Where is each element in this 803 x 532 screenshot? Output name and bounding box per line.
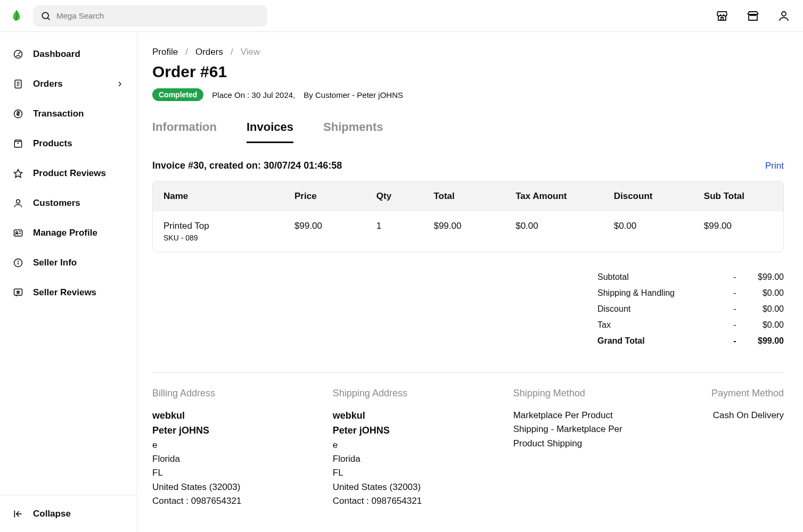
sidebar-item-seller-info[interactable]: Seller Info [0, 248, 137, 278]
col-total: Total [423, 181, 505, 211]
billing-title: Billing Address [152, 388, 320, 399]
summary-label: Discount [597, 304, 728, 314]
payment-method-value: Cash On Delivery [655, 409, 784, 422]
svg-point-19 [18, 261, 19, 261]
invoice-heading: Invoice #30, created on: 30/07/24 01:46:… [152, 160, 342, 171]
svg-marker-21 [17, 291, 20, 294]
storefront-icon[interactable] [747, 10, 759, 22]
dollar-icon [13, 109, 23, 119]
summary-value: $0.00 [741, 320, 784, 330]
addr-company: webkul [333, 409, 501, 423]
sidebar-item-label: Transaction [33, 109, 84, 119]
summary-label: Shipping & Handling [597, 288, 728, 298]
breadcrumb: Profile / Orders / View [152, 47, 784, 57]
svg-point-2 [782, 12, 786, 16]
sidebar-item-orders[interactable]: Orders [0, 69, 137, 99]
addr-street: e [152, 438, 320, 452]
placed-on-text: Place On : 30 Jul 2024, [212, 90, 295, 99]
shipping-method-value: Marketplace Per Product Shipping - Marke… [513, 409, 642, 451]
gauge-icon [13, 49, 23, 60]
summary-grand-total: Grand Total - $99.00 [597, 333, 784, 349]
item-tax: $0.00 [505, 211, 603, 252]
addr-name: Peter jOHNS [152, 423, 320, 438]
sidebar-item-label: Customers [33, 198, 80, 209]
section-divider [152, 372, 784, 373]
summary-value: $99.00 [741, 336, 784, 346]
col-discount: Discount [603, 181, 693, 211]
collapse-button[interactable]: Collapse [0, 495, 137, 532]
sidebar-item-label: Seller Reviews [33, 287, 96, 298]
sidebar-item-customers[interactable]: Customers [0, 188, 137, 218]
tab-information[interactable]: Information [152, 120, 217, 143]
tab-shipments[interactable]: Shipments [323, 120, 383, 143]
item-price: $99.00 [284, 211, 366, 252]
sidebar-item-label: Manage Profile [33, 228, 97, 238]
sidebar-item-label: Dashboard [33, 49, 80, 60]
svg-point-0 [42, 12, 48, 19]
print-link[interactable]: Print [765, 161, 784, 171]
summary-label: Grand Total [597, 336, 728, 346]
page-title: Order #61 [152, 63, 784, 81]
shipping-title: Shipping Address [333, 388, 501, 399]
summary-value: $99.00 [741, 272, 784, 282]
addr-state: FL [152, 466, 320, 480]
collapse-icon [13, 509, 23, 519]
star-icon [13, 168, 23, 179]
addr-state: FL [333, 466, 501, 480]
sidebar-item-seller-reviews[interactable]: Seller Reviews [0, 278, 137, 307]
svg-rect-13 [14, 230, 22, 236]
breadcrumb-sep: / [231, 47, 233, 57]
billing-address-block: Billing Address webkul Peter jOHNS e Flo… [152, 388, 320, 509]
summary-row: Discount - $0.00 [597, 301, 784, 317]
summary-label: Subtotal [597, 272, 728, 282]
summary-value: $0.00 [741, 304, 784, 314]
sidebar-item-transaction[interactable]: Transaction [0, 99, 137, 129]
tab-invoices[interactable]: Invoices [247, 120, 293, 143]
breadcrumb-profile[interactable]: Profile [152, 47, 178, 57]
summary-row: Subtotal - $99.00 [597, 269, 784, 285]
user-icon[interactable] [777, 10, 790, 22]
svg-marker-11 [14, 170, 22, 178]
item-name: Printed Top [163, 221, 273, 231]
review-icon [13, 287, 23, 298]
item-discount: $0.00 [603, 211, 693, 252]
addr-contact: Contact : 0987654321 [152, 494, 320, 508]
addr-city: Florida [152, 452, 320, 466]
addr-company: webkul [152, 409, 320, 423]
chevron-right-icon [116, 80, 124, 88]
col-subtotal: Sub Total [693, 181, 783, 211]
sidebar-item-label: Products [33, 138, 72, 149]
svg-point-12 [17, 200, 20, 203]
info-icon [13, 257, 23, 268]
item-sku: SKU - 089 [163, 234, 273, 242]
addr-city: Florida [333, 452, 501, 466]
summary-row: Tax - $0.00 [597, 317, 784, 333]
summary-dash: - [728, 320, 741, 330]
shipping-address-block: Shipping Address webkul Peter jOHNS e Fl… [333, 388, 501, 509]
sidebar-item-products[interactable]: Products [0, 129, 137, 159]
sidebar-item-dashboard[interactable]: Dashboard [0, 39, 137, 69]
col-tax: Tax Amount [505, 181, 603, 211]
search-icon [40, 11, 51, 21]
addr-country: United States (32003) [152, 480, 320, 494]
breadcrumb-orders[interactable]: Orders [195, 47, 223, 57]
addr-country: United States (32003) [333, 480, 501, 494]
collapse-label: Collapse [33, 509, 71, 519]
addr-name: Peter jOHNS [333, 423, 501, 438]
search-input[interactable] [56, 11, 260, 20]
addr-street: e [333, 438, 501, 452]
id-icon [13, 228, 23, 238]
item-total: $99.00 [423, 211, 505, 252]
sidebar-item-manage-profile[interactable]: Manage Profile [0, 218, 137, 248]
customer-text: By Customer - Peter jOHNS [304, 90, 403, 99]
breadcrumb-view: View [241, 47, 260, 57]
store-icon[interactable] [716, 10, 728, 22]
invoice-table: Name Price Qty Total Tax Amount Discount… [152, 181, 784, 252]
summary-dash: - [728, 304, 741, 314]
addr-contact: Contact : 0987654321 [333, 494, 501, 508]
list-icon [13, 79, 23, 89]
payment-method-block: Payment Method Cash On Delivery [655, 388, 784, 509]
sidebar-item-product-reviews[interactable]: Product Reviews [0, 159, 137, 188]
svg-point-14 [16, 232, 18, 234]
search-container[interactable] [33, 5, 267, 27]
